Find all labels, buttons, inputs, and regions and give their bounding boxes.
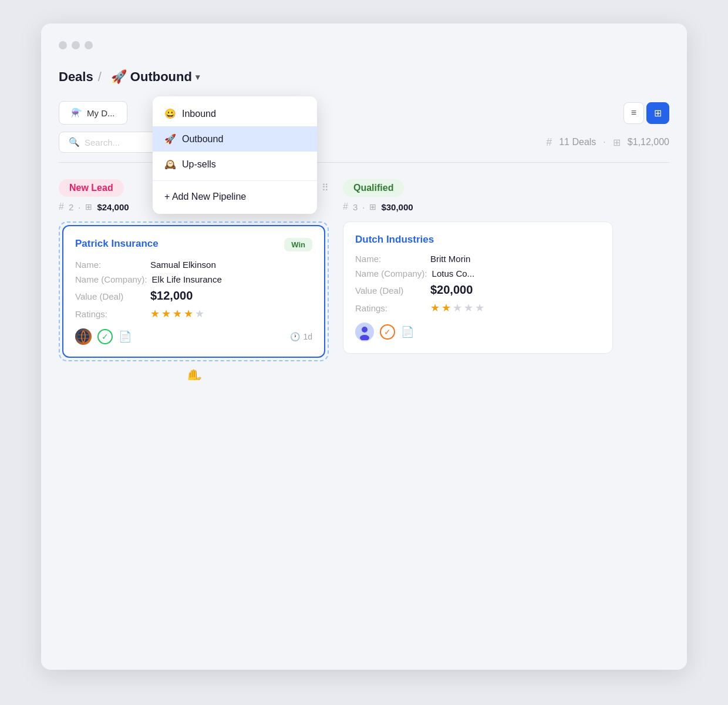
check-icon: ✓	[97, 329, 113, 344]
column-qualified: Qualified # 3 · ⊞ $30,000 Dutch Industri…	[343, 179, 613, 380]
win-badge: Win	[284, 238, 312, 251]
col-menu-icon[interactable]: ⠿	[322, 182, 329, 194]
deal-count: 11 Deals	[559, 137, 596, 147]
field-ratings: Ratings: ★ ★ ★ ★ ★	[75, 307, 312, 320]
star-rating: ★ ★ ★ ★ ★	[150, 307, 204, 320]
minimize-button[interactable]	[72, 41, 80, 49]
search-stats-row: 🔍 Search... # 11 Deals · ⊞ $1,12,000	[59, 132, 669, 163]
card-footer-icons: ✓ 📄	[75, 328, 132, 345]
card-footer-icons-dutch: ✓ 📄	[355, 323, 414, 341]
filter-button[interactable]: ⚗️ My D...	[59, 101, 127, 125]
breadcrumb: Deals / 🚀 Outbound ▾	[59, 67, 204, 87]
star-5: ★	[195, 307, 204, 320]
list-view-button[interactable]: ≡	[623, 102, 644, 124]
card-header-dutch: Dutch Industries	[355, 234, 601, 246]
field-company-label-dutch: Name (Company):	[355, 268, 427, 278]
dropdown-item-outbound[interactable]: 🚀 Outbound	[153, 126, 317, 152]
deal-card-patrick[interactable]: Patrick Insurance Win Name: Samual Elkin…	[62, 225, 325, 358]
col-stats-dot: ·	[78, 202, 80, 212]
card-footer: ✓ 📄 🕐 1d	[75, 328, 312, 345]
col-stats-qualified: # 3 · ⊞ $30,000	[343, 202, 613, 212]
col-value: $24,000	[97, 202, 129, 212]
add-pipeline-label: + Add New Pipeline	[164, 192, 246, 202]
pipeline-emoji: 🚀	[111, 69, 127, 85]
maximize-button[interactable]	[85, 41, 93, 49]
col-value-q: $30,000	[381, 202, 413, 212]
deal-count-hash: #	[546, 136, 552, 149]
field-name-label-dutch: Name:	[355, 254, 426, 264]
star-d-3: ★	[453, 301, 462, 314]
filter-label: My D...	[87, 108, 115, 118]
field-company-dutch: Name (Company): Lotus Co...	[355, 268, 601, 278]
col-stats-dot-q: ·	[362, 202, 365, 212]
close-button[interactable]	[59, 41, 67, 49]
breadcrumb-separator: /	[98, 69, 102, 85]
col-value-icon: ⊞	[85, 202, 92, 212]
col-count-q: 3	[353, 202, 358, 212]
outbound-emoji: 🚀	[164, 133, 176, 145]
star-rating-dutch: ★ ★ ★ ★ ★	[430, 301, 484, 314]
time-value: 1d	[303, 332, 312, 341]
star-4: ★	[184, 307, 193, 320]
app-window: Deals / 🚀 Outbound ▾ 😀 Inbound 🚀 Outboun…	[41, 24, 687, 670]
dropdown-divider	[153, 180, 317, 181]
deal-value-dutch: $20,000	[430, 283, 473, 297]
list-icon: ≡	[631, 108, 636, 118]
field-ratings-dutch: Ratings: ★ ★ ★ ★ ★	[355, 301, 601, 314]
document-icon-dutch: 📄	[401, 325, 414, 338]
deal-card-drag-wrapper[interactable]: Patrick Insurance Win Name: Samual Elkin…	[59, 221, 329, 361]
upsells-emoji: 🕰️	[164, 159, 176, 170]
deal-card-dutch[interactable]: Dutch Industries Name: Britt Morin Name …	[343, 221, 613, 354]
col-title-row-qualified: Qualified	[343, 179, 613, 197]
stage-badge-qualified: Qualified	[343, 179, 404, 197]
svg-point-2	[362, 327, 368, 333]
star-3: ★	[173, 307, 182, 320]
stats-dot: ·	[603, 137, 605, 147]
field-value-label-dutch: Value (Deal)	[355, 286, 426, 296]
total-value: $1,12,000	[628, 137, 669, 147]
inbound-label: Inbound	[182, 109, 216, 119]
star-d-1: ★	[430, 301, 440, 314]
avatar-dutch	[355, 323, 374, 341]
pipeline-dropdown: 😀 Inbound 🚀 Outbound 🕰️ Up-sells + Add N…	[153, 96, 317, 214]
star-d-4: ★	[464, 301, 473, 314]
view-toggle: ≡ ⊞	[623, 102, 669, 124]
pipeline-name: Outbound	[130, 69, 192, 85]
star-2: ★	[161, 307, 171, 320]
grid-view-button[interactable]: ⊞	[646, 102, 669, 124]
col-value-icon-q: ⊞	[369, 202, 376, 212]
deal-title-dutch: Dutch Industries	[355, 234, 434, 246]
deal-title: Patrick Insurance	[75, 238, 159, 250]
field-name: Name: Samual Elkinson	[75, 260, 312, 270]
field-deal-value: Value (Deal) $12,000	[75, 289, 312, 303]
col-count-hash-q: #	[343, 202, 348, 212]
card-time: 🕐 1d	[290, 332, 312, 341]
star-d-5: ★	[475, 301, 484, 314]
field-company: Name (Company): Elk Life Insurance	[75, 274, 312, 284]
chevron-down-icon[interactable]: ▾	[196, 72, 200, 82]
col-count-hash: #	[59, 202, 64, 212]
dropdown-item-inbound[interactable]: 😀 Inbound	[153, 101, 317, 126]
field-name-value: Samual Elkinson	[150, 260, 216, 270]
card-header: Patrick Insurance Win	[75, 238, 312, 251]
card-footer-dutch: ✓ 📄	[355, 323, 601, 341]
field-company-label: Name (Company):	[75, 274, 147, 284]
star-d-2: ★	[441, 301, 451, 314]
search-icon: 🔍	[69, 137, 80, 147]
field-name-label: Name:	[75, 260, 146, 270]
field-name-value-dutch: Britt Morin	[430, 254, 470, 264]
dropdown-item-upsells[interactable]: 🕰️ Up-sells	[153, 152, 317, 177]
field-company-value-dutch: Lotus Co...	[432, 268, 475, 278]
pipeline-selector[interactable]: 🚀 Outbound ▾	[106, 67, 204, 87]
page-header: Deals / 🚀 Outbound ▾ 😀 Inbound 🚀 Outboun…	[59, 67, 669, 87]
toolbar-row: ⚗️ My D... ≡ ⊞	[59, 101, 669, 125]
clock-icon: 🕐	[290, 332, 300, 341]
cursor-hand-icon: ✋	[184, 368, 203, 380]
add-new-pipeline-button[interactable]: + Add New Pipeline	[153, 184, 317, 209]
traffic-lights	[59, 41, 669, 49]
svg-point-0	[77, 331, 89, 343]
col-header-qualified: Qualified # 3 · ⊞ $30,000	[343, 179, 613, 212]
field-name-dutch: Name: Britt Morin	[355, 254, 601, 264]
ratings-label: Ratings:	[75, 309, 146, 319]
stats-info: # 11 Deals · ⊞ $1,12,000	[546, 136, 669, 149]
